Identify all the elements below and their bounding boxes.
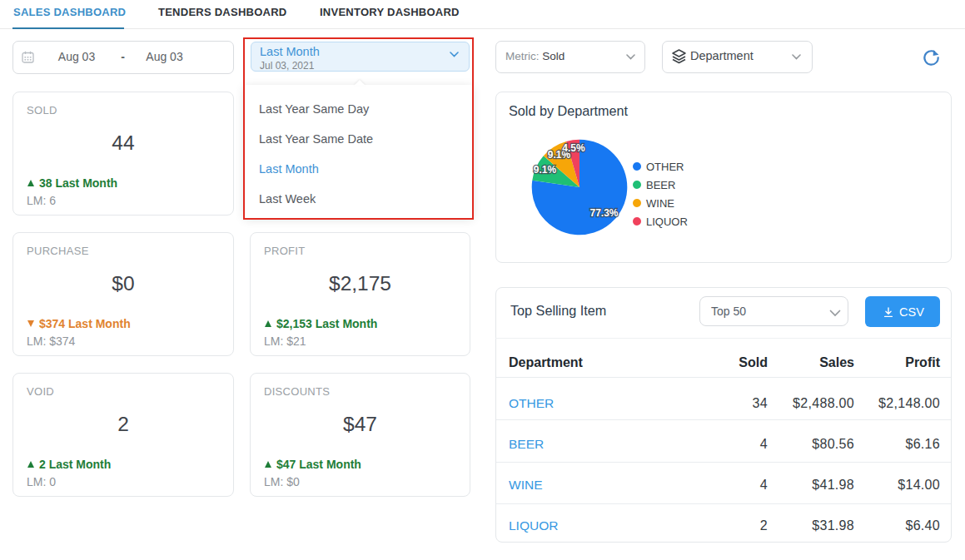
svg-text:77.3%: 77.3%	[589, 207, 618, 219]
svg-text:4.5%: 4.5%	[562, 142, 585, 154]
svg-text:9.1%: 9.1%	[534, 164, 557, 176]
